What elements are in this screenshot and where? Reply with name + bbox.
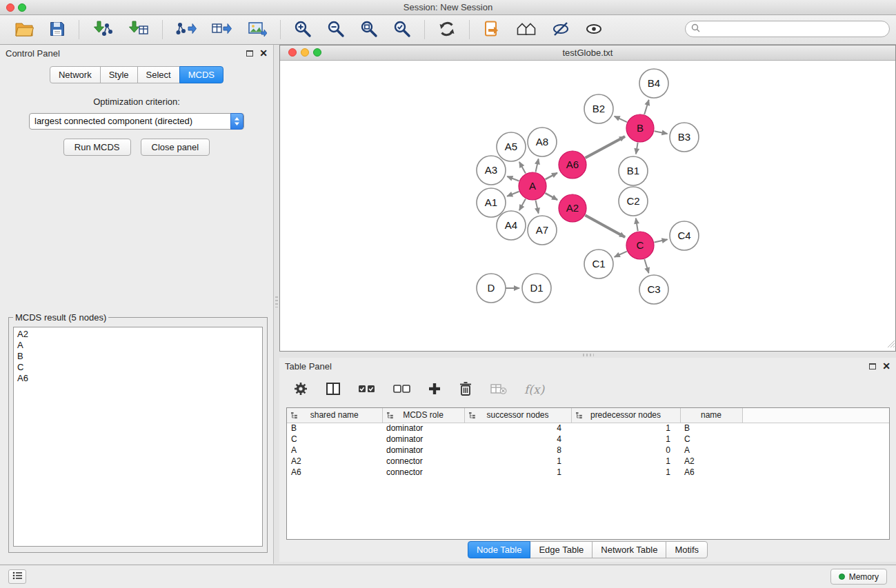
table-cell[interactable]: B xyxy=(287,423,382,434)
table-cell[interactable]: dominator xyxy=(382,423,464,434)
delete-row-button[interactable] xyxy=(457,380,475,400)
table-cell[interactable]: A xyxy=(680,445,742,456)
table-cell[interactable]: 8 xyxy=(464,445,571,456)
open-session-button[interactable] xyxy=(12,18,37,41)
import-network-button[interactable] xyxy=(90,18,116,41)
result-item[interactable]: C xyxy=(17,362,259,373)
network-edge-A-A1[interactable] xyxy=(507,192,519,196)
column-header-successor-nodes[interactable]: successor nodes xyxy=(464,408,571,423)
memory-button[interactable]: Memory xyxy=(830,569,887,585)
network-edge-C-C3[interactable] xyxy=(644,259,648,273)
network-canvas[interactable]: B4B2BB3A5A8A6A3B1AC2A1A2A4A7C4CC1C3DD1 xyxy=(280,61,895,351)
network-edge-A6-B[interactable] xyxy=(585,136,625,158)
network-minimize-button[interactable] xyxy=(301,48,309,57)
float-panel-icon[interactable] xyxy=(246,50,253,57)
table-settings-button[interactable] xyxy=(292,380,310,400)
table-cell[interactable]: 1 xyxy=(571,467,680,478)
network-node-D1[interactable]: D1 xyxy=(522,274,551,303)
network-edge-A-A7[interactable] xyxy=(535,201,538,214)
network-node-B[interactable]: B xyxy=(626,114,654,142)
network-node-C4[interactable]: C4 xyxy=(670,221,699,250)
hide-details-button[interactable] xyxy=(549,18,573,41)
vertical-splitter-grip[interactable] xyxy=(275,296,278,307)
zoom-window-button[interactable] xyxy=(18,3,26,12)
tab-node-table[interactable]: Node Table xyxy=(468,541,531,558)
tab-motifs[interactable]: Motifs xyxy=(666,541,708,558)
table-cell[interactable]: dominator xyxy=(382,445,464,456)
network-node-A3[interactable]: A3 xyxy=(477,156,506,185)
network-node-C[interactable]: C xyxy=(626,232,654,259)
network-node-B2[interactable]: B2 xyxy=(584,94,613,123)
table-row[interactable]: A6connector11A6 xyxy=(287,467,889,478)
network-node-A7[interactable]: A7 xyxy=(528,216,557,245)
resize-grip-icon[interactable] xyxy=(886,338,895,350)
zoom-out-button[interactable] xyxy=(324,18,348,41)
network-node-C1[interactable]: C1 xyxy=(584,250,613,278)
network-edge-A-A5[interactable] xyxy=(519,162,526,174)
zoom-in-button[interactable] xyxy=(291,18,315,41)
float-table-panel-icon[interactable] xyxy=(869,363,876,369)
table-cell[interactable]: connector xyxy=(382,467,464,478)
table-cell[interactable]: 1 xyxy=(571,456,680,467)
export-image-button[interactable] xyxy=(245,18,270,41)
column-header-shared-name[interactable]: shared name xyxy=(287,408,382,423)
table-cell[interactable]: connector xyxy=(382,456,464,467)
result-item[interactable]: A6 xyxy=(17,373,259,384)
export-table-button[interactable] xyxy=(209,18,235,41)
close-panel-icon[interactable]: ✕ xyxy=(259,49,268,57)
network-edge-A-A3[interactable] xyxy=(507,176,519,181)
network-edge-C-C4[interactable] xyxy=(655,239,668,242)
show-details-button[interactable] xyxy=(582,18,606,41)
network-node-D[interactable]: D xyxy=(477,274,506,303)
table-cell[interactable]: 1 xyxy=(571,434,680,445)
import-table-button[interactable] xyxy=(126,18,152,41)
column-header-predecessor-nodes[interactable]: predecessor nodes xyxy=(571,408,680,423)
network-edge-A-A4[interactable] xyxy=(519,199,526,210)
result-item[interactable]: B xyxy=(17,351,259,362)
column-header-mcds-role[interactable]: MCDS role xyxy=(382,408,464,423)
run-mcds-button[interactable]: Run MCDS xyxy=(63,139,131,156)
close-table-panel-icon[interactable]: ✕ xyxy=(882,362,890,370)
network-node-A2[interactable]: A2 xyxy=(559,194,586,222)
network-node-B4[interactable]: B4 xyxy=(639,69,668,98)
mcds-result-list[interactable]: A2ABCA6 xyxy=(13,327,263,547)
network-node-A5[interactable]: A5 xyxy=(497,132,526,161)
apply-layout-button[interactable] xyxy=(435,18,459,41)
save-session-button[interactable] xyxy=(46,18,68,41)
result-item[interactable]: A xyxy=(17,340,259,351)
table-row[interactable]: Bdominator41B xyxy=(287,423,889,434)
table-cell[interactable]: 4 xyxy=(464,434,571,445)
table-cell[interactable]: C xyxy=(287,434,382,445)
home-button[interactable] xyxy=(513,18,539,41)
export-network-button[interactable] xyxy=(173,18,199,41)
network-edge-C-C2[interactable] xyxy=(636,219,638,232)
table-cell[interactable]: 4 xyxy=(464,423,571,434)
network-edge-A2-C[interactable] xyxy=(585,215,625,237)
network-edge-A-A6[interactable] xyxy=(546,173,557,179)
table-cell[interactable]: A6 xyxy=(680,467,742,478)
table-cell[interactable]: A2 xyxy=(287,456,382,467)
network-close-button[interactable] xyxy=(288,48,297,57)
column-header-name[interactable]: name xyxy=(680,408,742,423)
network-node-C3[interactable]: C3 xyxy=(639,275,668,304)
deselect-all-button[interactable] xyxy=(392,383,412,397)
table-cell[interactable]: 1 xyxy=(571,423,680,434)
task-history-button[interactable] xyxy=(8,569,26,584)
table-row[interactable]: Adominator80A xyxy=(287,445,889,456)
table-cell[interactable]: dominator xyxy=(382,434,464,445)
tab-network[interactable]: Network xyxy=(50,66,101,83)
tab-network-table[interactable]: Network Table xyxy=(592,541,666,558)
table-cell[interactable]: B xyxy=(680,423,742,434)
close-panel-button[interactable]: Close panel xyxy=(141,139,210,156)
table-row[interactable]: Cdominator41C xyxy=(287,434,889,445)
network-edge-B-B4[interactable] xyxy=(644,100,648,114)
zoom-fit-button[interactable] xyxy=(357,18,381,41)
network-edge-C-C1[interactable] xyxy=(615,252,627,257)
table-cell[interactable]: 1 xyxy=(464,467,571,478)
table-cell[interactable]: C xyxy=(680,434,742,445)
network-node-B3[interactable]: B3 xyxy=(670,123,699,152)
add-row-button[interactable] xyxy=(427,381,442,398)
show-columns-button[interactable] xyxy=(324,380,342,400)
table-row[interactable]: A2connector11A2 xyxy=(287,456,889,467)
first-neighbors-button[interactable] xyxy=(480,18,504,41)
